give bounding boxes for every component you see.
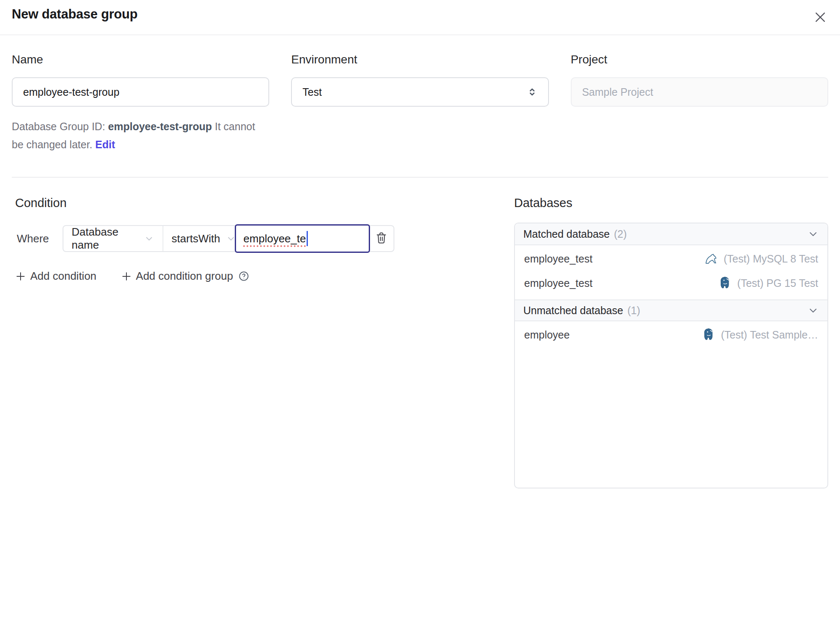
database-instance-label: (Test) PG 15 Test [737, 277, 818, 289]
name-label: Name [12, 53, 269, 66]
group-form: Name employee-test-group Database Group … [0, 35, 840, 153]
mysql-icon [704, 251, 719, 266]
chevron-down-icon [144, 234, 154, 244]
environment-select[interactable]: Test [291, 77, 549, 107]
add-condition-button[interactable]: Add condition [15, 270, 97, 283]
database-row: employee_test (Test) MySQL 8 Test [515, 247, 827, 271]
name-input[interactable]: employee-test-group [12, 77, 269, 107]
up-down-chevron-icon [527, 87, 538, 97]
plus-icon [15, 271, 26, 282]
condition-operator-value: startsWith [172, 232, 220, 245]
project-input: Sample Project [571, 77, 828, 107]
database-name: employee_test [524, 253, 593, 265]
environment-label: Environment [291, 53, 549, 66]
database-instance-label: (Test) MySQL 8 Test [724, 253, 818, 265]
condition-value-text: employee_te [244, 232, 306, 245]
condition-factor-value: Database name [72, 226, 138, 252]
group-id-hint: Database Group ID: employee-test-group I… [12, 118, 269, 153]
databases-section: Databases Matched database (2) employee_… [514, 178, 828, 488]
add-condition-label: Add condition [30, 270, 97, 283]
plus-icon [121, 271, 132, 282]
condition-actions: Add condition Add condition group [15, 270, 489, 283]
where-label: Where [17, 232, 49, 245]
matched-database-rows: employee_test (Test) MySQL 8 Test employ… [515, 245, 827, 299]
condition-section: Condition Where Database name startsWith [12, 178, 489, 283]
project-value: Sample Project [582, 86, 654, 98]
database-name: employee_test [524, 277, 593, 289]
question-circle-icon[interactable] [238, 270, 249, 282]
condition-operator-select[interactable]: startsWith [163, 226, 236, 251]
condition-expression-group: Database name startsWith employee_te [63, 225, 394, 252]
project-field-block: Project Sample Project [571, 53, 828, 153]
database-name: employee [524, 329, 570, 341]
postgres-icon [718, 276, 732, 290]
name-field-block: Name employee-test-group Database Group … [12, 53, 269, 153]
condition-heading: Condition [15, 196, 489, 210]
project-label: Project [571, 53, 828, 66]
x-icon [813, 18, 827, 26]
unmatched-database-header[interactable]: Unmatched database (1) [515, 299, 827, 321]
chevron-down-icon [807, 228, 819, 240]
edit-id-link[interactable]: Edit [95, 139, 115, 150]
chevron-down-icon [807, 304, 819, 316]
environment-value: Test [302, 86, 322, 98]
condition-value-input[interactable]: employee_te [235, 224, 370, 253]
dialog-header: New database group [0, 0, 840, 35]
trash-icon [375, 231, 388, 246]
close-button[interactable] [813, 10, 827, 24]
postgres-icon [702, 328, 716, 342]
add-condition-group-button[interactable]: Add condition group [121, 270, 249, 283]
database-row: employee_test (Test) PG 15 Test [515, 271, 827, 295]
delete-condition-button[interactable] [369, 226, 394, 251]
database-instance: (Test) PG 15 Test [718, 276, 818, 290]
unmatched-database-title: Unmatched database [523, 304, 623, 317]
name-input-value: employee-test-group [23, 86, 119, 98]
matched-database-header[interactable]: Matched database (2) [515, 223, 827, 245]
hint-prefix: Database Group ID: [12, 121, 108, 132]
dialog-title: New database group [12, 7, 138, 22]
add-condition-group-label: Add condition group [136, 270, 233, 283]
matched-database-title: Matched database [523, 228, 610, 240]
databases-panel: Matched database (2) employee_test [514, 223, 828, 488]
hint-group-id: employee-test-group [108, 121, 212, 132]
environment-field-block: Environment Test [291, 53, 549, 153]
condition-factor-select[interactable]: Database name [63, 226, 163, 251]
database-instance: (Test) Test Sample… [702, 328, 818, 342]
unmatched-database-rows: employee (Test) Test Sample… [515, 321, 827, 351]
database-instance: (Test) MySQL 8 Test [704, 251, 818, 266]
database-instance-label: (Test) Test Sample… [721, 329, 818, 341]
unmatched-database-count: (1) [627, 304, 640, 317]
text-cursor [307, 231, 308, 246]
database-row: employee (Test) Test Sample… [515, 323, 827, 347]
condition-row: Where Database name startsWith employee_… [12, 225, 489, 252]
matched-database-count: (2) [614, 228, 627, 240]
databases-heading: Databases [514, 196, 828, 210]
